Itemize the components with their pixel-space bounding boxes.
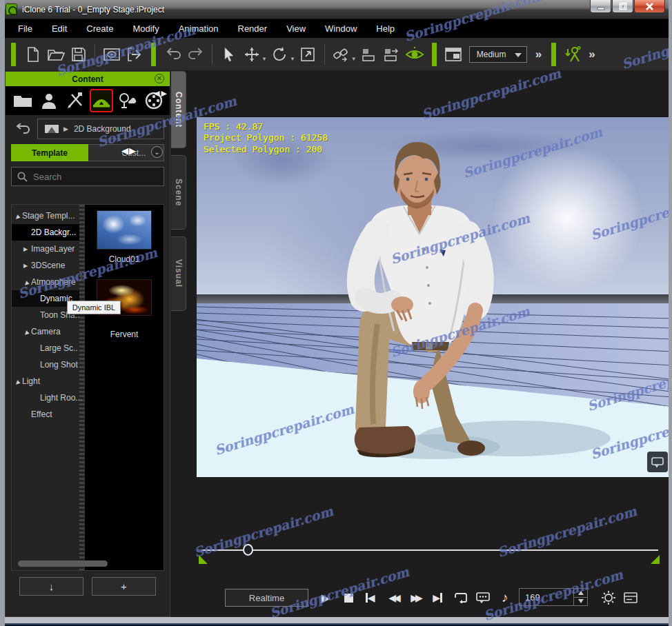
tab-scroll-arrows[interactable]: ◀▶ [121, 145, 137, 156]
frame-input[interactable] [520, 589, 573, 605]
tree-item[interactable]: ▶ImageLayer [12, 241, 79, 257]
menu-item-window[interactable]: Window [315, 20, 366, 37]
category-set-button[interactable] [116, 89, 139, 112]
thumbnail-list: Cloud01 Fervent [84, 205, 164, 570]
frame-up-button[interactable] [574, 589, 587, 598]
tree-item-label: Atmosphere [31, 277, 76, 287]
realtime-button[interactable]: Realtime [225, 589, 308, 607]
tree-item[interactable]: ◀Camera [12, 323, 79, 340]
back-button[interactable] [12, 120, 33, 138]
side-tab-scene[interactable]: Scene [171, 155, 186, 230]
minimize-button[interactable] [590, 0, 611, 13]
breadcrumb[interactable]: ▶ 2D Background [37, 119, 164, 139]
search-input[interactable] [33, 172, 137, 182]
panel-close-icon[interactable]: ✕ [155, 74, 164, 83]
quality-dropdown[interactable]: Medium [469, 46, 527, 63]
tree-item[interactable]: ◀Stage Templ... [12, 208, 79, 224]
side-tab-visual[interactable]: Visual [171, 236, 186, 311]
menu-item-create[interactable]: Create [77, 20, 123, 37]
timeline-playhead[interactable] [243, 544, 253, 556]
menu-item-file[interactable]: File [8, 20, 42, 37]
rewind-button[interactable]: ◀◀ [384, 588, 403, 607]
tree-item[interactable]: 2D Backgr... [12, 224, 79, 241]
move-tool-button[interactable] [240, 43, 263, 66]
tree-item-label: Long Shot [40, 360, 78, 370]
toolbar-overflow-button-2[interactable]: » [584, 48, 599, 61]
content-panel-header: Content ✕ [6, 72, 170, 86]
link-tool-button[interactable] [330, 43, 353, 66]
thumbnail-cloud01[interactable]: Cloud01 [97, 210, 152, 264]
content-panel-title: Content [72, 74, 103, 84]
tree-item[interactable]: Light Roo... [12, 390, 79, 406]
fast-forward-button[interactable]: ▶▶ [406, 588, 425, 607]
thumbnail-label: Cloud01 [97, 254, 152, 264]
select-tool-button[interactable] [217, 43, 240, 66]
window-bottom-frame [0, 617, 672, 626]
tree-collapsed-icon[interactable]: ▶ [23, 246, 31, 252]
main-toolbar: ▼ ▼ ▼ Medium » » [0, 38, 672, 70]
viewport-comment-button[interactable] [647, 452, 668, 472]
menu-item-help[interactable]: Help [366, 20, 404, 37]
menu-item-render[interactable]: Render [228, 20, 277, 37]
caption-button[interactable] [473, 588, 493, 607]
toolbar-overflow-button[interactable]: » [531, 48, 546, 61]
layout-panel-button[interactable] [442, 43, 465, 66]
tab-template[interactable]: Template [11, 144, 88, 161]
timeline-end-marker[interactable] [651, 555, 660, 564]
add-content-button[interactable]: + [92, 577, 156, 596]
category-stage-button[interactable] [90, 89, 113, 112]
last-frame-button[interactable]: ▶ [428, 588, 447, 607]
tree-item[interactable]: Long Shot [12, 356, 79, 373]
open-project-button[interactable] [44, 43, 67, 66]
cloud01-image [97, 210, 152, 250]
tree-item[interactable]: ◀Light [12, 373, 79, 390]
timeline-panel-button[interactable] [621, 588, 640, 607]
maximize-button[interactable] [612, 0, 633, 13]
tree-hscrollbar[interactable] [18, 561, 108, 567]
undo-button[interactable] [161, 43, 184, 66]
tree-item[interactable]: Effect [12, 406, 79, 423]
category-props-button[interactable] [63, 89, 87, 112]
breadcrumb-arrow-icon: ▶ [63, 125, 68, 132]
selected-polygon-value: Selected Polygon : 200 [204, 144, 328, 155]
save-project-button[interactable] [67, 43, 90, 66]
category-scroll-arrows[interactable]: ◀▶ [154, 89, 168, 98]
menu-item-animation[interactable]: Animation [169, 20, 228, 37]
tree-item[interactable]: ◀Atmosphere [12, 274, 79, 290]
frame-down-button[interactable] [574, 598, 587, 606]
timeline-start-marker[interactable] [199, 555, 208, 564]
tree-item-label: Large Sc.. [40, 343, 78, 353]
library-body: ◀Stage Templ...2D Backgr...▶ImageLayer▶3… [11, 204, 164, 571]
tree-scrollbar[interactable] [79, 205, 84, 570]
3d-viewport[interactable]: FPS : 42.87 Project Polygon : 61258 Sele… [197, 117, 672, 477]
audio-note-button[interactable]: ♪ [495, 588, 515, 607]
play-button[interactable]: ▶ [316, 588, 335, 607]
visibility-eye-button[interactable] [404, 43, 426, 66]
menu-item-view[interactable]: View [277, 20, 315, 37]
render-settings-button[interactable] [599, 588, 618, 607]
stop-button[interactable] [339, 588, 358, 607]
tab-dropdown-icon[interactable]: ⌄ [151, 146, 163, 158]
menu-item-modify[interactable]: Modify [123, 20, 168, 37]
redo-button[interactable] [184, 43, 207, 66]
new-project-button[interactable] [21, 43, 44, 66]
loop-button[interactable] [451, 588, 471, 607]
download-content-button[interactable]: ↓ [19, 577, 83, 596]
rotate-tool-button[interactable] [268, 43, 291, 66]
export-button[interactable] [123, 43, 146, 66]
first-frame-button[interactable]: ◀ [361, 588, 380, 607]
category-project-button[interactable] [11, 89, 34, 112]
tree-item[interactable]: Large Sc.. [12, 340, 79, 356]
motion-puppet-button[interactable] [562, 43, 584, 66]
close-button[interactable] [634, 0, 665, 13]
menu-item-edit[interactable]: Edit [42, 20, 77, 37]
tree-collapsed-icon[interactable]: ▶ [23, 263, 31, 269]
align-move-button[interactable] [381, 43, 404, 66]
scale-tool-button[interactable] [297, 43, 319, 66]
timeline-track[interactable] [201, 549, 658, 551]
tree-item[interactable]: ▶3DScene [12, 257, 79, 274]
align-object-button[interactable] [358, 43, 381, 66]
preview-render-button[interactable] [100, 43, 123, 66]
category-actor-button[interactable] [37, 89, 61, 112]
side-tab-content[interactable]: Content [171, 71, 186, 148]
